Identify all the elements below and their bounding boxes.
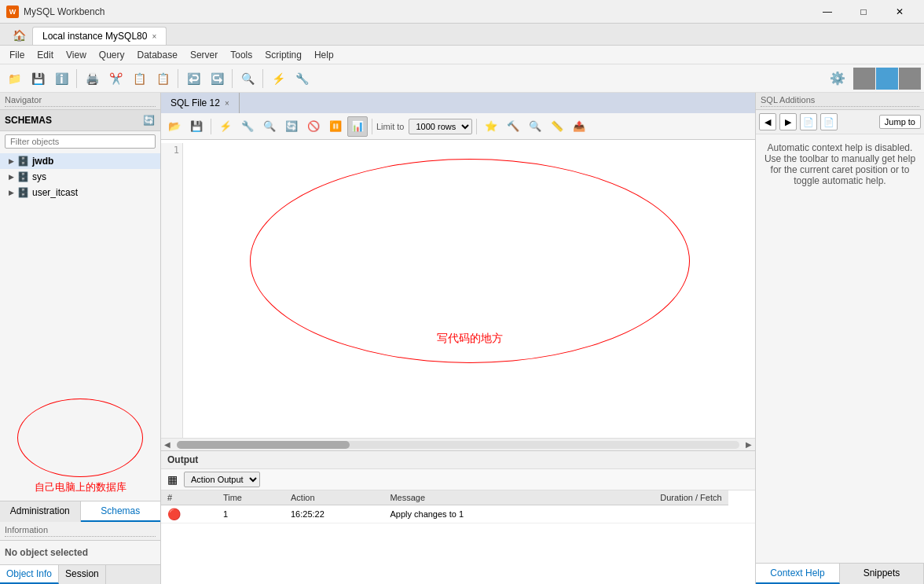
sql-export-btn[interactable]: 📤 <box>569 116 589 137</box>
nav-icon-right-btn[interactable]: 📄 <box>820 113 838 130</box>
menu-server[interactable]: Server <box>184 47 224 63</box>
scroll-track[interactable] <box>177 441 739 449</box>
output-grid-icon: ▦ <box>167 473 178 486</box>
sql-open-btn[interactable]: 📂 <box>164 116 185 137</box>
tab-object-info[interactable]: Object Info <box>0 565 59 584</box>
tab-session[interactable]: Session <box>59 565 106 584</box>
row-message-cell <box>569 505 728 523</box>
filter-box <box>5 134 156 149</box>
sql-execute-btn[interactable]: ⚡ <box>215 116 236 137</box>
menu-database[interactable]: Database <box>131 47 184 63</box>
sql-tab-close[interactable]: × <box>152 32 156 41</box>
schema-item-sys[interactable]: ▶ 🗄️ sys <box>0 169 160 185</box>
layout-btn-1[interactable] <box>853 68 875 90</box>
tb-copy-btn[interactable]: 📋 <box>128 68 150 90</box>
tb-paste-btn[interactable]: 📋 <box>152 68 174 90</box>
sql-tb-sep-2 <box>372 119 372 134</box>
tb-undo-btn[interactable]: ↩️ <box>182 68 204 90</box>
sql-editor-area: 1 写代码的地方 <box>161 140 755 438</box>
minimize-button[interactable]: — <box>809 0 845 24</box>
tb-redo-btn[interactable]: ↪️ <box>206 68 228 90</box>
row-status-cell: 🔴 <box>161 505 217 523</box>
tab-administration[interactable]: Administration <box>0 501 81 522</box>
scroll-thumb[interactable] <box>177 441 350 449</box>
tab-context-help[interactable]: Context Help <box>756 564 840 584</box>
horizontal-scrollbar[interactable]: ◀ ▶ <box>161 438 755 450</box>
sql-file-tab-active[interactable]: SQL File 12 × <box>161 93 240 113</box>
tab-schemas[interactable]: Schemas <box>81 501 161 522</box>
tree-arrow-user-itcast[interactable]: ▶ <box>6 188 16 197</box>
tb-open-btn[interactable]: 📁 <box>3 68 25 90</box>
schema-list: ▶ 🗄️ jwdb ▶ 🗄️ sys ▶ 🗄️ user_itcast <box>0 152 160 392</box>
tb-print-btn[interactable]: 🖨️ <box>81 68 103 90</box>
tb-cut-btn[interactable]: ✂️ <box>104 68 126 90</box>
menu-file[interactable]: File <box>3 47 31 63</box>
menu-bar: File Edit View Query Database Server Too… <box>0 46 924 64</box>
menu-view[interactable]: View <box>60 47 93 63</box>
tb-info-btn[interactable]: ℹ️ <box>50 68 72 90</box>
tb-config-btn[interactable]: 🔧 <box>291 68 313 90</box>
maximize-button[interactable]: □ <box>845 0 882 24</box>
nav-icon-left-btn[interactable]: 📄 <box>800 113 817 130</box>
sql-indent-btn[interactable]: 📏 <box>547 116 567 137</box>
output-header: Output <box>161 451 755 469</box>
app-title: MySQL Workbench <box>24 6 809 17</box>
row-duration-cell <box>728 505 755 523</box>
gear-icon[interactable]: ⚙️ <box>827 68 849 90</box>
tree-arrow-sys[interactable]: ▶ <box>6 172 16 182</box>
col-action: Action <box>284 490 383 505</box>
tab-snippets[interactable]: Snippets <box>840 564 924 584</box>
sql-tab-label: Local instance MySQL80 <box>42 31 147 42</box>
output-table: # Time Action Message Duration / Fetch 🔴… <box>161 490 755 523</box>
output-row-1[interactable]: 🔴 1 16:25:22 Apply changes to 1 <box>161 505 755 523</box>
sql-file-close-icon[interactable]: × <box>225 99 229 108</box>
nav-prev-btn[interactable]: ◀ <box>759 113 776 130</box>
nav-next-btn[interactable]: ▶ <box>779 113 797 130</box>
schema-item-user-itcast[interactable]: ▶ 🗄️ user_itcast <box>0 185 160 200</box>
toolbar-separator-1 <box>76 69 77 88</box>
close-button[interactable]: ✕ <box>882 0 918 24</box>
home-tab[interactable]: 🏠 <box>6 26 32 45</box>
sql-refresh-btn[interactable]: 🔄 <box>281 116 302 137</box>
menu-edit[interactable]: Edit <box>31 47 60 63</box>
filter-input[interactable] <box>5 134 156 149</box>
editor-content[interactable]: 写代码的地方 <box>185 143 755 438</box>
info-separator <box>5 536 156 537</box>
scroll-left-arrow[interactable]: ◀ <box>161 439 174 451</box>
toolbar-separator-4 <box>262 69 263 88</box>
menu-query[interactable]: Query <box>93 47 131 63</box>
database-icon-user-itcast: 🗄️ <box>17 187 29 198</box>
layout-btn-2[interactable] <box>876 68 898 90</box>
information-section: Information <box>0 522 160 541</box>
sql-find-btn[interactable]: 🔍 <box>259 116 280 137</box>
sql-additions-separator <box>761 106 919 107</box>
tb-run-btn[interactable]: ⚡ <box>267 68 289 90</box>
tb-save-btn[interactable]: 💾 <box>27 68 49 90</box>
sql-search2-btn[interactable]: 🔍 <box>525 116 545 137</box>
menu-tools[interactable]: Tools <box>224 47 258 63</box>
no-object-selected: No object selected <box>0 541 160 564</box>
sql-file-tab[interactable]: Local instance MySQL80 × <box>32 27 167 45</box>
schema-item-jwdb[interactable]: ▶ 🗄️ jwdb <box>0 153 160 169</box>
limit-select[interactable]: 1000 rows 500 rows 200 rows 50 rows <box>409 119 472 134</box>
action-output-select[interactable]: Action Output Text Output <box>184 472 260 487</box>
sql-explain-btn[interactable]: 🔧 <box>237 116 258 137</box>
title-bar: W MySQL Workbench — □ ✕ <box>0 0 924 24</box>
jump-to-btn[interactable]: Jump to <box>879 115 921 129</box>
refresh-schemas-button[interactable]: 🔄 <box>141 113 156 127</box>
sql-save-btn[interactable]: 💾 <box>186 116 207 137</box>
layout-btn-3[interactable] <box>899 68 921 90</box>
window-controls: — □ ✕ <box>809 0 918 24</box>
menu-help[interactable]: Help <box>308 47 340 63</box>
sql-result-btn[interactable]: 📊 <box>347 116 368 137</box>
sql-format-btn[interactable]: 🔨 <box>503 116 523 137</box>
scroll-right-arrow[interactable]: ▶ <box>742 439 755 451</box>
tb-search-btn[interactable]: 🔍 <box>236 68 258 90</box>
database-icon-jwdb: 🗄️ <box>17 156 29 167</box>
sql-bookmark-btn[interactable]: ⭐ <box>481 116 501 137</box>
sql-stop-btn[interactable]: 🚫 <box>303 116 324 137</box>
sql-pause-btn[interactable]: ⏸️ <box>325 116 346 137</box>
output-panel: Output ▦ Action Output Text Output # Ti <box>161 450 755 584</box>
tree-arrow-jwdb[interactable]: ▶ <box>6 156 16 166</box>
menu-scripting[interactable]: Scripting <box>258 47 308 63</box>
